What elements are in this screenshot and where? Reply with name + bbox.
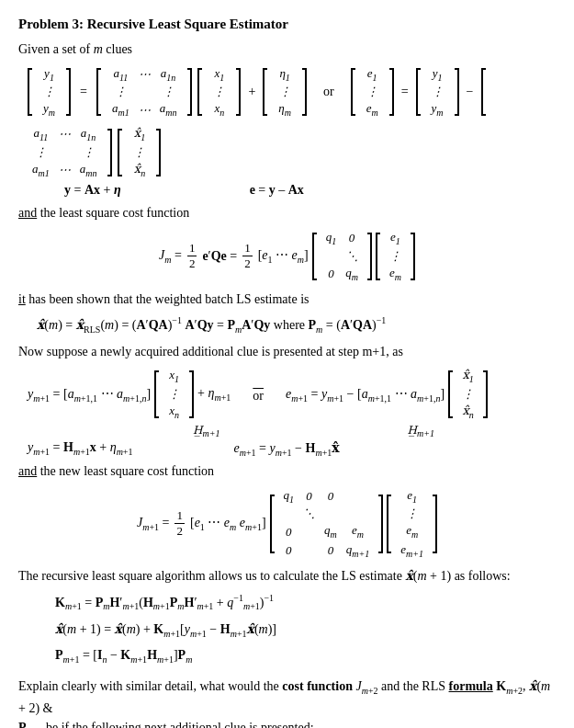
cost-function-eq: Jm = 1 2 e′Qe = 1 2 [e1 ⋯ em] q10 ⋱ 0qm … [18, 229, 556, 283]
cost-intro: and the least square cost function [18, 203, 556, 223]
batch-estimate-eq: x̂(m) = x̂RLS(m) = (A′QA)−1 A′Qy = PmA′Q… [37, 313, 556, 337]
eq-labels: y = Ax + η e = y – Ax [64, 183, 556, 198]
batch-shown-text: it has been shown that the weighted batc… [18, 290, 556, 310]
new-clue-eq: ym+1 = [am+1,1 ⋯ am+1,n] x1 ⋮ xn + ηm+1 … [28, 367, 556, 421]
problem-title: Problem 3: Recursive Least Square Estima… [18, 17, 556, 32]
new-cost-intro: and the new least square cost function [18, 461, 556, 482]
intro-text: Given a set of m clues [18, 40, 556, 60]
explain-text: Explain clearly with similar detail, wha… [18, 677, 556, 728]
h-labels: H̲m+1 H̲m+1 [28, 424, 556, 438]
new-cost-eq: Jm+1 = 1 2 [e1 ⋯ em em+1] q100 ⋱ 0qmem 0… [18, 487, 556, 561]
suppose-text: Now suppose a newly acquired additional … [18, 342, 556, 362]
main-matrix-equation: y1 ⋮ ym = a11⋯a1n ⋮⋮ am1⋯amn x1 ⋮ xn + η… [28, 65, 556, 180]
simplified-eq: ym+1 = Hm+1x + ηm+1 em+1 = ym+1 − Hm+1x̂ [28, 440, 556, 458]
rls-algorithm: Km+1 = PmH′m+1(Hm+1PmH′m+1 + q−1m+1)−1 x… [55, 589, 556, 669]
rls-algo-text: The recursive least square algorithm all… [18, 566, 556, 586]
